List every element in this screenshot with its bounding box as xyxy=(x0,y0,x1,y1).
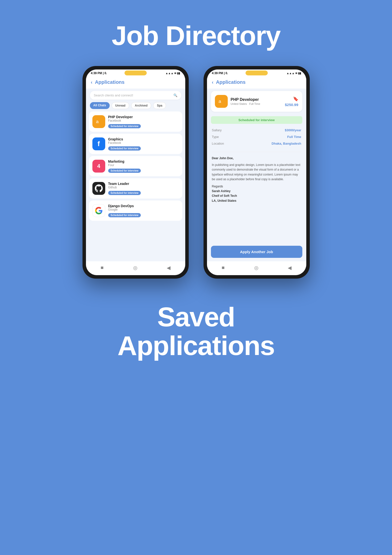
svg-marker-3 xyxy=(224,103,225,104)
bottom-nav-left: ■ ◎ ◀ xyxy=(86,261,185,275)
apply-button[interactable]: Apply Another Job xyxy=(211,246,302,258)
sig-name: Sarah Ashley xyxy=(212,189,301,194)
company-3: Four xyxy=(108,163,179,167)
item-info-4: Team Leader Github Scheduled for intervi… xyxy=(108,182,179,195)
cover-letter: Dear John Doe, In publishing and graphic… xyxy=(207,155,306,243)
job-price: $250.99 xyxy=(285,103,298,107)
status-badge-4: Scheduled for interview xyxy=(108,191,141,195)
status-badge-5: Scheduled for interview xyxy=(108,213,141,217)
value-salary: $3000/year xyxy=(285,128,301,132)
bottom-nav-right: ■ ◎ ◀ xyxy=(207,261,306,275)
cover-body: In publishing and graphic design, Lorem … xyxy=(212,163,301,182)
job-title-5: Django DevOps xyxy=(108,204,179,208)
logo-google xyxy=(92,204,105,217)
list-item[interactable]: 4 Marketing Four Scheduled for interview xyxy=(89,156,182,176)
item-info-1: PHP Developer Facebook Scheduled for int… xyxy=(108,115,179,128)
phone-left: 4:39 PM | 0. ▲▲▲ ≋ ▮▮ ‹ Applications Sea… xyxy=(83,66,189,279)
item-info-2: Graphics Facebook Scheduled for intervie… xyxy=(108,137,179,151)
app-header-right: ‹ Applications xyxy=(207,76,306,89)
phone-right: 4:39 PM | 0. ▲▲▲ ≋ ▮▮ ‹ Applications a xyxy=(204,66,310,279)
logo-amazon: a xyxy=(92,115,105,128)
filter-tabs: All Chats Unread Archived Spa xyxy=(86,102,185,111)
nav-home-right[interactable]: ◎ xyxy=(254,265,258,271)
status-badge-3: Scheduled for interview xyxy=(108,169,141,173)
scheduled-badge: Scheduled for interview xyxy=(211,116,302,124)
subtitle-applications: Applications xyxy=(117,331,274,360)
search-icon: 🔍 xyxy=(173,93,177,97)
logo-github xyxy=(92,182,105,195)
company-1: Facebook xyxy=(108,119,179,122)
phone-right-screen: 4:39 PM | 0. ▲▲▲ ≋ ▮▮ ‹ Applications a xyxy=(207,69,306,275)
company-4: Github xyxy=(108,186,179,189)
tab-all-chats[interactable]: All Chats xyxy=(90,102,110,109)
notch-pill xyxy=(124,70,147,75)
header-title-right: Applications xyxy=(216,79,246,85)
status-badge-1: Scheduled for interview xyxy=(108,124,141,128)
back-button-left[interactable]: ‹ xyxy=(91,79,93,85)
value-location: Dhaka, Bangladesh xyxy=(272,142,301,145)
job-title-2: Graphics xyxy=(108,137,179,141)
nav-back-left[interactable]: ◀ xyxy=(167,265,170,271)
subtitle-saved: Saved xyxy=(157,303,235,331)
label-salary: Sallary xyxy=(212,128,222,132)
cover-signature: Regards Sarah Ashley Cheif of Soft Tech … xyxy=(212,184,301,203)
github-icon xyxy=(95,184,103,192)
job-card: a PHP Developer United States Full Time … xyxy=(211,91,302,112)
job-title-4: Team Leader xyxy=(108,182,179,186)
cover-greeting: Dear John Doe, xyxy=(212,156,301,161)
list-item[interactable]: a PHP Developer Facebook Scheduled for i… xyxy=(89,111,182,132)
list-item[interactable]: Team Leader Github Scheduled for intervi… xyxy=(89,178,182,199)
job-card-meta: United States Full Time xyxy=(231,102,282,105)
sig-title: Cheif of Soft Tech xyxy=(212,194,301,198)
job-card-info: PHP Developer United States Full Time xyxy=(231,97,282,105)
company-5: Google xyxy=(108,208,179,211)
amazon-icon-detail: a xyxy=(218,98,225,105)
status-time-right: 4:39 PM | 0. xyxy=(212,71,228,75)
value-type: Full Time xyxy=(287,135,301,139)
detail-row-type: Type Full Time xyxy=(212,135,301,139)
job-card-title: PHP Developer xyxy=(231,97,282,102)
app-list: a PHP Developer Facebook Scheduled for i… xyxy=(86,111,185,261)
tab-unread[interactable]: Unread xyxy=(112,102,129,109)
svg-marker-1 xyxy=(101,123,102,124)
label-location: Location xyxy=(212,142,224,145)
sig-location: LA, United States xyxy=(212,199,301,203)
list-item[interactable]: Django DevOps Google Scheduled for inter… xyxy=(89,200,182,221)
label-type: Type xyxy=(212,135,219,139)
nav-home-left[interactable]: ◎ xyxy=(133,265,137,271)
item-info-3: Marketing Four Scheduled for interview xyxy=(108,159,179,173)
phone-left-screen: 4:39 PM | 0. ▲▲▲ ≋ ▮▮ ‹ Applications Sea… xyxy=(86,69,185,275)
bottom-labels: Saved Applications xyxy=(117,303,274,375)
tab-spa[interactable]: Spa xyxy=(153,102,166,109)
status-badge-2: Scheduled for interview xyxy=(108,146,141,151)
nav-back-right[interactable]: ◀ xyxy=(288,265,291,271)
header-title-left: Applications xyxy=(95,79,124,85)
detail-row-location: Location Dhaka, Bangladesh xyxy=(212,142,301,145)
search-bar-left[interactable]: Search clients and connect! 🔍 xyxy=(90,91,181,100)
nav-square-right[interactable]: ■ xyxy=(222,265,225,271)
page-title: Job Directory xyxy=(112,20,280,51)
divider xyxy=(212,152,301,152)
google-icon xyxy=(95,207,103,214)
status-time-left: 4:39 PM | 0. xyxy=(91,71,107,75)
bookmark-icon-detail[interactable]: 🔖 xyxy=(293,96,298,102)
logo-facebook: f xyxy=(92,137,105,150)
back-button-right[interactable]: ‹ xyxy=(212,79,214,85)
company-2: Facebook xyxy=(108,141,179,145)
status-icons-right: ▲▲▲ ≋ ▮▮ xyxy=(287,72,301,75)
item-info-5: Django DevOps Google Scheduled for inter… xyxy=(108,204,179,217)
detail-rows: Sallary $3000/year Type Full Time Locati… xyxy=(207,126,306,151)
notch-pill-right xyxy=(246,70,268,75)
regards: Regards xyxy=(212,184,301,189)
logo-foursquare: 4 xyxy=(92,160,105,173)
logo-amazon-detail: a xyxy=(215,95,228,108)
job-title-3: Marketing xyxy=(108,159,179,163)
phones-container: 4:39 PM | 0. ▲▲▲ ≋ ▮▮ ‹ Applications Sea… xyxy=(83,66,310,279)
status-icons-left: ▲▲▲ ≋ ▮▮ xyxy=(165,72,180,75)
list-item[interactable]: f Graphics Facebook Scheduled for interv… xyxy=(89,134,182,154)
nav-square-left[interactable]: ■ xyxy=(101,265,103,271)
search-placeholder: Search clients and connect! xyxy=(94,93,133,97)
app-header-left: ‹ Applications xyxy=(86,76,185,89)
job-card-right: 🔖 $250.99 xyxy=(285,96,298,107)
tab-archived[interactable]: Archived xyxy=(131,102,151,109)
